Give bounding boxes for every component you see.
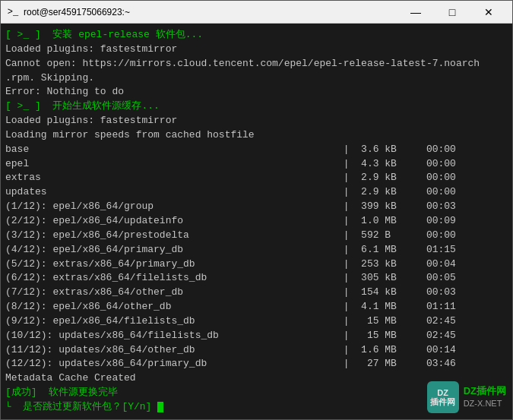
watermark: DZ 插件网 DZ插件网 DZ-X.NET <box>427 381 506 413</box>
terminal-line: [ >_ ] 开始生成软件源缓存... <box>5 99 508 114</box>
terminal-line: Error: Nothing to do <box>5 85 508 99</box>
terminal-cursor <box>157 402 163 412</box>
terminal-line: base | 3.6 kB 00:00 <box>5 143 508 157</box>
terminal-output[interactable]: [ >_ ] 安装 epel-release 软件包...Loaded plug… <box>1 24 512 419</box>
terminal-icon: >_ <box>7 6 19 18</box>
watermark-site-url: DZ-X.NET <box>464 398 502 410</box>
terminal-line: extras | 2.9 kB 00:00 <box>5 171 508 185</box>
terminal-line: .rpm. Skipping. <box>5 71 508 86</box>
terminal-line: Loading mirror speeds from cached hostfi… <box>5 128 508 143</box>
terminal-line: (10/12): updates/x86_64/filelists_db | 1… <box>5 329 508 343</box>
terminal-line: (1/12): epel/x86_64/group | 399 kB 00:03 <box>5 200 508 214</box>
terminal-line: Loaded plugins: fastestmirror <box>5 43 508 57</box>
terminal-line: (5/12): extras/x86_64/primary_db | 253 k… <box>5 257 508 272</box>
terminal-line: (11/12): updates/x86_64/other_db | 1.6 M… <box>5 343 508 358</box>
terminal-line: (9/12): epel/x86_64/filelists_db | 15 MB… <box>5 314 508 329</box>
terminal-line: (3/12): epel/x86_64/prestodelta | 592 B … <box>5 229 508 243</box>
window-title: root@ser459175066923:~ <box>24 7 398 17</box>
terminal-line: (7/12): extras/x86_64/other_db | 154 kB … <box>5 286 508 300</box>
terminal-line: Loaded plugins: fastestmirror <box>5 114 508 128</box>
terminal-line: (8/12): epel/x86_64/other_db | 4.1 MB 01… <box>5 300 508 314</box>
window-controls: — □ ✕ <box>398 1 506 24</box>
terminal-line: (4/12): epel/x86_64/primary_db | 6.1 MB … <box>5 243 508 257</box>
watermark-logo: DZ 插件网 <box>427 381 459 413</box>
watermark-text: DZ插件网 DZ-X.NET <box>464 384 506 411</box>
terminal-line: Cannot open: https://mirrors.cloud.tence… <box>5 57 508 71</box>
close-button[interactable]: ✕ <box>471 1 506 24</box>
terminal-line: (12/12): updates/x86_64/primary_db | 27 … <box>5 357 508 371</box>
terminal-line: (2/12): epel/x86_64/updateinfo | 1.0 MB … <box>5 214 508 229</box>
title-bar: >_ root@ser459175066923:~ — □ ✕ <box>1 1 512 24</box>
terminal-line: updates | 2.9 kB 00:00 <box>5 185 508 200</box>
terminal-line: epel | 4.3 kB 00:00 <box>5 157 508 172</box>
minimize-button[interactable]: — <box>398 1 433 24</box>
watermark-site-name: DZ插件网 <box>464 384 506 399</box>
terminal-line: [ >_ ] 安装 epel-release 软件包... <box>5 28 508 43</box>
maximize-button[interactable]: □ <box>435 1 470 24</box>
terminal-line: (6/12): extras/x86_64/filelists_db | 305… <box>5 271 508 286</box>
terminal-window: >_ root@ser459175066923:~ — □ ✕ [ >_ ] 安… <box>0 0 513 420</box>
